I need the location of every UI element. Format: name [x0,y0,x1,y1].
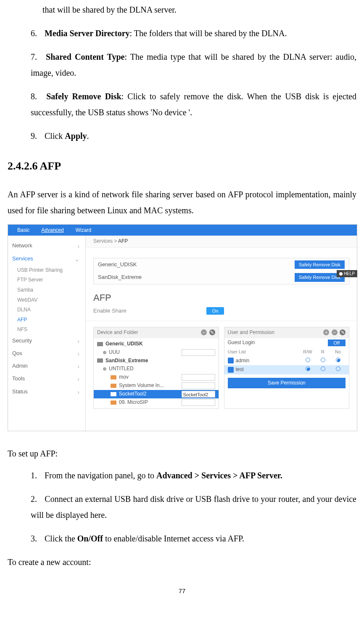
user-permission-panel: User and Permission + − ✎ Guest Login Of… [224,327,350,408]
radio-r[interactable] [315,358,330,364]
panel-header-label: User and Permission [228,329,274,336]
add-icon[interactable]: + [323,329,329,335]
list-item-continuation: that will be shared by the DLNA server. [31,2,356,18]
share-name-input[interactable] [182,382,215,389]
sidebar-sub-usb-printer[interactable]: USB Printer Sharing [8,265,85,276]
folder-icon [111,392,116,396]
tab-basic[interactable]: Basic [11,225,35,236]
tree-volume[interactable]: UUU [94,348,219,357]
volume-icon [103,367,106,371]
enable-share-toggle[interactable]: On [206,307,224,315]
tree-disk[interactable]: SanDisk_Extreme [94,357,219,365]
user-icon [228,358,234,363]
chevron-down-icon: ⌄ [74,255,79,263]
guest-login-label: Guest Login [228,340,255,346]
safely-remove-button[interactable]: Safely Remove Disk [295,260,345,269]
tree-disk[interactable]: Generic_UDISK [94,340,219,348]
chevron-right-icon: › [77,350,79,358]
top-tab-bar: Basic Advanced Wizard [8,225,357,236]
tree-folder[interactable]: System Volume In... [94,382,219,390]
sidebar-network[interactable]: Network› [8,240,85,252]
share-name-input[interactable]: SocketTool2 [182,391,215,398]
setup-step-3: 3. Click the On/Off to enable/disable In… [31,530,356,546]
tree-folder[interactable]: mov [94,373,219,382]
radio-rw[interactable] [300,358,315,364]
share-name-input[interactable] [182,349,215,356]
disk-row: SanDisk_Extreme Safely Remove Disk [94,271,349,284]
remove-icon[interactable]: − [201,329,207,335]
panel-title: AFP [86,284,357,305]
breadcrumb: Services > AFP [86,236,357,248]
user-icon [228,367,234,373]
share-name-input[interactable] [182,399,215,406]
folder-icon [111,384,116,388]
chevron-right-icon: › [77,363,79,370]
tree-folder-selected[interactable]: SocketTool2SocketTool2 [94,390,219,398]
device-folder-panel: Device and Folder − ✎ Generic_UDISK UUU … [93,327,219,408]
col-r: R [315,349,330,355]
page-number: 77 [8,585,356,597]
sidebar-tools[interactable]: Tools› [8,373,85,385]
tab-advanced[interactable]: Advanced [35,225,69,236]
help-icon [339,272,343,276]
user-row-test: test [224,365,349,374]
panel-header-label: Device and Folder [97,329,138,336]
sidebar-sub-samba[interactable]: Samba [8,285,85,295]
chevron-right-icon: › [77,388,79,396]
disk-icon [97,358,103,363]
radio-r[interactable] [315,366,330,373]
sidebar: Network› Services⌄ USB Printer Sharing F… [8,236,86,431]
edit-icon[interactable]: ✎ [340,329,346,335]
chevron-right-icon: › [77,337,79,345]
sidebar-services[interactable]: Services⌄ [8,253,85,265]
create-account-intro: To create a new account: [8,554,356,570]
list-item-9: 9. Click Apply. [31,128,356,144]
user-name: admin [236,358,301,364]
user-name: test [236,366,301,373]
tree-volume[interactable]: UNTITLED [94,365,219,373]
list-item-7: 7. Shared Content Type: The media type t… [31,49,356,81]
user-list-label: User List [228,349,301,355]
sidebar-sub-dlna[interactable]: DLNA [8,305,85,315]
chevron-right-icon: › [77,375,79,383]
setup-step-2: 2. Connect an external USB hard disk dri… [31,491,356,523]
chevron-right-icon: › [77,242,79,250]
enable-share-label: Enable Share [93,308,127,315]
sidebar-sub-nfs[interactable]: NFS [8,325,85,335]
help-tab[interactable]: HELP [337,270,357,277]
radio-no[interactable] [330,358,346,364]
sidebar-sub-webdav[interactable]: WebDAV [8,295,85,305]
tab-wizard[interactable]: Wizard [70,225,97,236]
folder-icon [111,375,116,379]
disk-name: Generic_UDISK [98,261,137,268]
tree-folder[interactable]: 09. MicroSIP [94,398,219,407]
col-rw: R/W [300,349,315,355]
setup-intro: To set up AFP: [8,446,356,462]
sidebar-admin[interactable]: Admin› [8,360,85,373]
list-item-6: 6. Media Server Directory: The folders t… [31,25,356,41]
sidebar-qos[interactable]: Qos› [8,347,85,360]
section-heading: 2.4.2.6 AFP [8,156,356,176]
list-item-8: 8. Safely Remove Disk: Click to safely r… [31,88,356,120]
disk-name: SanDisk_Extreme [98,274,142,281]
disk-icon [97,342,103,346]
sidebar-security[interactable]: Security› [8,335,85,347]
volume-icon [103,351,106,354]
sidebar-status[interactable]: Status› [8,386,85,398]
save-permission-button[interactable]: Save Permission [228,378,346,389]
edit-icon[interactable]: ✎ [209,329,215,335]
radio-no[interactable] [330,366,346,373]
radio-rw[interactable] [300,366,315,373]
sidebar-sub-afp[interactable]: AFP [8,315,85,325]
share-name-input[interactable] [182,374,215,381]
user-row-admin: admin [224,356,349,366]
guest-login-toggle[interactable]: Off [328,340,346,346]
sidebar-sub-ftp[interactable]: FTP Server [8,275,85,285]
setup-step-1: 1. From the navigation panel, go to Adva… [31,467,356,483]
folder-tree: Generic_UDISK UUU SanDisk_Extreme UNTITL… [94,338,219,408]
remove-icon[interactable]: − [332,329,338,335]
router-ui-screenshot: Basic Advanced Wizard Network› Services⌄… [8,224,357,431]
disk-row: Generic_UDISK Safely Remove Disk [94,258,349,271]
col-no: No [330,349,346,355]
intro-paragraph: An AFP server is a kind of network file … [8,186,356,218]
